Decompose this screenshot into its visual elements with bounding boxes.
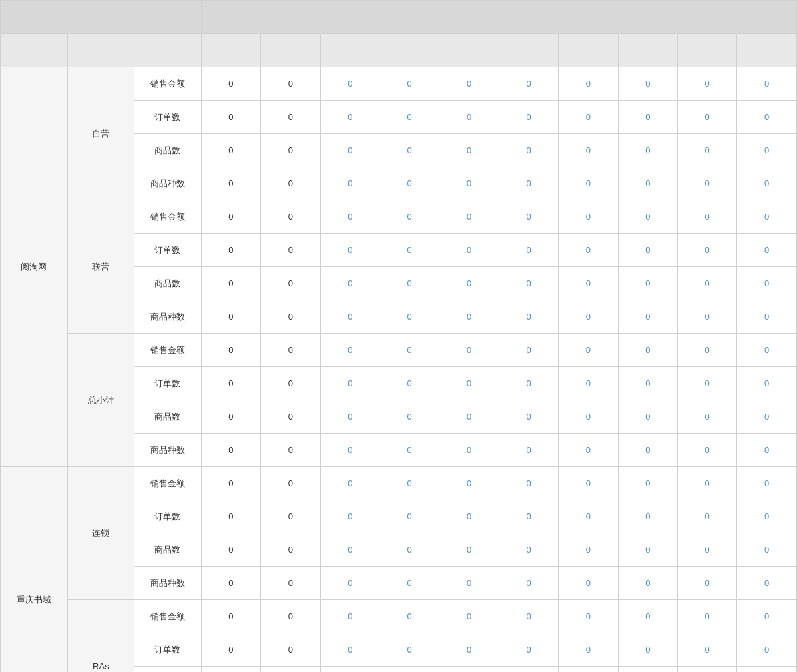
value-cell[interactable]: 0 [678,134,737,167]
value-cell[interactable]: 0 [559,267,618,300]
value-cell[interactable]: 0 [320,400,380,434]
value-cell[interactable]: 0 [737,101,797,134]
value-cell[interactable]: 0 [737,467,797,500]
value-cell[interactable]: 0 [439,434,499,467]
value-cell[interactable]: 0 [320,600,380,633]
value-cell[interactable]: 0 [320,467,380,500]
value-cell[interactable]: 0 [261,400,320,434]
value-cell[interactable]: 0 [499,567,558,600]
value-cell[interactable]: 0 [737,67,797,101]
value-cell[interactable]: 0 [499,500,558,533]
value-cell[interactable]: 0 [618,467,677,500]
value-cell[interactable]: 0 [618,367,677,400]
value-cell[interactable]: 0 [201,67,260,101]
value-cell[interactable]: 0 [559,134,618,167]
value-cell[interactable]: 0 [678,234,737,267]
value-cell[interactable]: 0 [320,567,380,600]
value-cell[interactable]: 0 [678,400,737,434]
value-cell[interactable]: 0 [559,500,618,533]
value-cell[interactable]: 0 [380,200,439,234]
value-cell[interactable]: 0 [201,134,260,167]
value-cell[interactable]: 0 [439,67,499,101]
value-cell[interactable]: 0 [380,167,439,200]
value-cell[interactable]: 0 [678,67,737,101]
value-cell[interactable]: 0 [261,567,320,600]
value-cell[interactable]: 0 [320,633,380,667]
value-cell[interactable]: 0 [559,234,618,267]
value-cell[interactable]: 0 [618,167,677,200]
value-cell[interactable]: 0 [439,234,499,267]
value-cell[interactable]: 0 [499,434,558,467]
value-cell[interactable]: 0 [737,500,797,533]
value-cell[interactable]: 0 [201,533,260,567]
value-cell[interactable]: 0 [201,467,260,500]
value-cell[interactable]: 0 [261,467,320,500]
value-cell[interactable]: 0 [320,134,380,167]
value-cell[interactable]: 0 [261,334,320,367]
value-cell[interactable]: 0 [201,200,260,234]
value-cell[interactable]: 0 [499,267,558,300]
value-cell[interactable]: 0 [618,334,677,367]
value-cell[interactable]: 0 [201,434,260,467]
value-cell[interactable]: 0 [559,434,618,467]
value-cell[interactable]: 0 [499,600,558,633]
value-cell[interactable]: 0 [320,67,380,101]
value-cell[interactable]: 0 [559,101,618,134]
value-cell[interactable]: 0 [618,234,677,267]
value-cell[interactable]: 0 [737,200,797,234]
value-cell[interactable]: 0 [559,633,618,667]
value-cell[interactable]: 0 [678,467,737,500]
value-cell[interactable]: 0 [261,533,320,567]
value-cell[interactable]: 0 [320,101,380,134]
value-cell[interactable]: 0 [261,600,320,633]
value-cell[interactable]: 0 [737,633,797,667]
value-cell[interactable]: 0 [618,567,677,600]
value-cell[interactable]: 0 [559,334,618,367]
value-cell[interactable]: 0 [320,267,380,300]
value-cell[interactable]: 0 [380,500,439,533]
value-cell[interactable]: 0 [618,67,677,101]
value-cell[interactable]: 0 [201,600,260,633]
value-cell[interactable]: 0 [320,434,380,467]
value-cell[interactable]: 0 [261,200,320,234]
value-cell[interactable]: 0 [737,367,797,400]
value-cell[interactable]: 0 [380,334,439,367]
value-cell[interactable]: 0 [261,633,320,667]
value-cell[interactable]: 0 [439,101,499,134]
value-cell[interactable]: 0 [439,667,499,673]
value-cell[interactable]: 0 [439,533,499,567]
value-cell[interactable]: 0 [201,267,260,300]
value-cell[interactable]: 0 [499,367,558,400]
value-cell[interactable]: 0 [737,400,797,434]
value-cell[interactable]: 0 [499,67,558,101]
value-cell[interactable]: 0 [380,434,439,467]
value-cell[interactable]: 0 [261,167,320,200]
value-cell[interactable]: 0 [201,633,260,667]
value-cell[interactable]: 0 [261,134,320,167]
value-cell[interactable]: 0 [261,267,320,300]
value-cell[interactable]: 0 [618,400,677,434]
value-cell[interactable]: 0 [201,334,260,367]
value-cell[interactable]: 0 [261,67,320,101]
value-cell[interactable]: 0 [439,633,499,667]
value-cell[interactable]: 0 [559,167,618,200]
value-cell[interactable]: 0 [380,600,439,633]
value-cell[interactable]: 0 [439,267,499,300]
value-cell[interactable]: 0 [737,234,797,267]
value-cell[interactable]: 0 [618,533,677,567]
value-cell[interactable]: 0 [678,300,737,334]
value-cell[interactable]: 0 [201,234,260,267]
value-cell[interactable]: 0 [737,334,797,367]
value-cell[interactable]: 0 [559,200,618,234]
value-cell[interactable]: 0 [439,200,499,234]
value-cell[interactable]: 0 [737,533,797,567]
value-cell[interactable]: 0 [559,467,618,500]
value-cell[interactable]: 0 [559,67,618,101]
value-cell[interactable]: 0 [678,101,737,134]
value-cell[interactable]: 0 [320,200,380,234]
value-cell[interactable]: 0 [559,567,618,600]
value-cell[interactable]: 0 [618,300,677,334]
value-cell[interactable]: 0 [261,367,320,400]
value-cell[interactable]: 0 [261,101,320,134]
value-cell[interactable]: 0 [678,667,737,673]
